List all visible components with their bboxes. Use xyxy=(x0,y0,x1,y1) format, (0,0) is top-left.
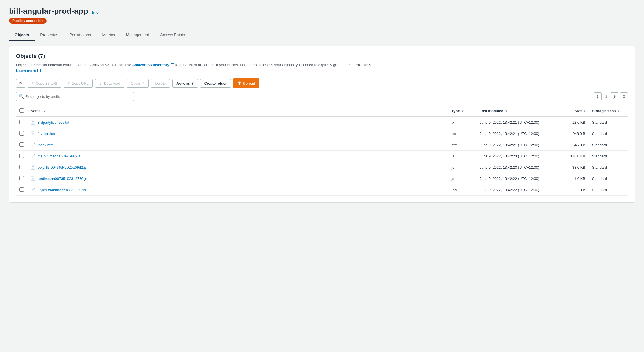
actions-button[interactable]: Actions ▾ xyxy=(172,79,198,88)
row-type-cell: css xyxy=(448,184,476,195)
refresh-button[interactable]: ↻ xyxy=(16,79,25,88)
select-all-header[interactable] xyxy=(16,105,27,117)
download-button[interactable]: ⤓ Download xyxy=(95,79,124,88)
copy-s3-uri-icon: ⎘ xyxy=(32,81,34,85)
file-link[interactable]: 3rdpartylicenses.txt xyxy=(38,120,69,125)
open-external-icon: ↗ xyxy=(141,81,144,85)
row-name-cell: 📄 main.f3fcebba53e76ea5.js xyxy=(27,150,448,162)
size-column-header[interactable]: Size ▾ xyxy=(555,105,589,117)
modified-column-header[interactable]: Last modified ▾ xyxy=(476,105,555,117)
table-row: 📄 3rdpartylicenses.txt txt June 9, 2022,… xyxy=(16,117,628,128)
row-checkbox-3[interactable] xyxy=(19,154,24,158)
name-column-header[interactable]: Name ▲ xyxy=(27,105,448,117)
row-size-cell: 33.0 KB xyxy=(555,162,589,173)
tab-objects[interactable]: Objects xyxy=(9,29,35,41)
tab-permissions[interactable]: Permissions xyxy=(64,29,96,41)
row-checkbox-cell[interactable] xyxy=(16,139,27,150)
row-modified-cell: June 9, 2022, 13:42:21 (UTC+12:00) xyxy=(476,128,555,139)
objects-description: Objects are the fundamental entities sto… xyxy=(16,62,381,74)
row-storage-cell: Standard xyxy=(589,128,628,139)
prev-page-button[interactable]: ❮ xyxy=(594,92,602,100)
file-icon: 📄 xyxy=(31,120,35,125)
objects-table: Name ▲ Type ▾ Last modified ▾ Size ▾ Sto… xyxy=(16,105,628,196)
table-row: 📄 main.f3fcebba53e76ea5.js js June 9, 20… xyxy=(16,150,628,162)
refresh-icon: ↻ xyxy=(19,81,22,85)
row-modified-cell: June 9, 2022, 13:42:21 (UTC+12:00) xyxy=(476,117,555,128)
row-checkbox-5[interactable] xyxy=(19,176,24,180)
table-row: 📄 styles.ef46db3751d8e999.css css June 9… xyxy=(16,184,628,195)
row-name-cell: 📄 polyfills.09436d4c020a09d2.js xyxy=(27,162,448,173)
row-name-cell: 📄 runtime.aa00735102312760.js xyxy=(27,173,448,184)
search-input[interactable] xyxy=(16,92,134,101)
row-name-cell: 📄 index.html xyxy=(27,139,448,150)
open-button[interactable]: Open ↗ xyxy=(127,79,149,88)
row-name-cell: 📄 styles.ef46db3751d8e999.css xyxy=(27,184,448,195)
objects-card: Objects (7) Objects are the fundamental … xyxy=(9,46,635,203)
row-checkbox-cell[interactable] xyxy=(16,117,27,128)
bucket-title: bill-angular-prod-app xyxy=(9,7,88,15)
actions-chevron-icon: ▾ xyxy=(192,81,194,85)
copy-url-icon: ⎘ xyxy=(68,81,70,85)
row-checkbox-6[interactable] xyxy=(19,187,24,192)
tab-properties[interactable]: Properties xyxy=(35,29,64,41)
delete-button[interactable]: Delete xyxy=(151,79,170,88)
row-checkbox-cell[interactable] xyxy=(16,128,27,139)
upload-button[interactable]: ⬆ Upload xyxy=(233,78,259,88)
row-checkbox-cell[interactable] xyxy=(16,173,27,184)
select-all-checkbox[interactable] xyxy=(19,108,24,113)
row-checkbox-2[interactable] xyxy=(19,142,24,147)
file-icon: 📄 xyxy=(31,176,35,181)
tab-access-points[interactable]: Access Points xyxy=(155,29,191,41)
file-link[interactable]: styles.ef46db3751d8e999.css xyxy=(38,188,86,192)
copy-s3-uri-button[interactable]: ⎘ Copy S3 URI xyxy=(28,79,61,88)
s3-inventory-link[interactable]: Amazon S3 inventory xyxy=(132,63,174,67)
table-row: 📄 runtime.aa00735102312760.js js June 9,… xyxy=(16,173,628,184)
learn-more-link[interactable]: Learn more xyxy=(16,69,41,73)
tab-metrics[interactable]: Metrics xyxy=(96,29,120,41)
size-sort-icon: ▾ xyxy=(584,110,585,113)
external-link-icon xyxy=(171,63,174,66)
row-size-cell: 116.0 KB xyxy=(555,150,589,162)
table-settings-button[interactable]: ⚙ xyxy=(620,92,628,100)
type-sort-icon: ▾ xyxy=(462,110,463,113)
storage-sort-icon: ▾ xyxy=(618,110,619,113)
row-name-cell: 📄 3rdpartylicenses.txt xyxy=(27,117,448,128)
tab-management[interactable]: Management xyxy=(121,29,155,41)
row-storage-cell: Standard xyxy=(589,162,628,173)
row-checkbox-cell[interactable] xyxy=(16,162,27,173)
search-input-wrap: 🔍 xyxy=(16,92,134,101)
learn-more-external-icon xyxy=(37,69,41,72)
file-icon: 📄 xyxy=(31,165,35,170)
row-checkbox-cell[interactable] xyxy=(16,150,27,162)
row-type-cell: js xyxy=(448,173,476,184)
row-modified-cell: June 9, 2022, 13:42:23 (UTC+12:00) xyxy=(476,162,555,173)
row-size-cell: 12.6 KB xyxy=(555,117,589,128)
file-icon: 📄 xyxy=(31,188,35,192)
row-type-cell: js xyxy=(448,150,476,162)
file-link[interactable]: index.html xyxy=(38,143,54,147)
publicly-accessible-badge: Publicly accessible xyxy=(9,18,47,24)
file-icon: 📄 xyxy=(31,154,35,158)
file-link[interactable]: favicon.ico xyxy=(38,132,55,136)
row-type-cell: txt xyxy=(448,117,476,128)
search-icon: 🔍 xyxy=(19,94,24,99)
next-page-button[interactable]: ❯ xyxy=(611,92,618,100)
file-link[interactable]: polyfills.09436d4c020a09d2.js xyxy=(38,165,87,170)
row-modified-cell: June 9, 2022, 13:42:22 (UTC+12:00) xyxy=(476,184,555,195)
create-folder-button[interactable]: Create folder xyxy=(200,79,231,88)
row-type-cell: ico xyxy=(448,128,476,139)
storage-class-column-header[interactable]: Storage class ▾ xyxy=(589,105,628,117)
type-column-header[interactable]: Type ▾ xyxy=(448,105,476,117)
row-size-cell: 546.0 B xyxy=(555,139,589,150)
file-link[interactable]: runtime.aa00735102312760.js xyxy=(38,177,87,181)
page-header: bill-angular-prod-app Info Publicly acce… xyxy=(9,7,635,24)
copy-url-button[interactable]: ⎘ Copy URL xyxy=(64,79,93,88)
info-link[interactable]: Info xyxy=(92,10,98,15)
row-modified-cell: June 9, 2022, 13:42:22 (UTC+12:00) xyxy=(476,173,555,184)
row-checkbox-4[interactable] xyxy=(19,165,24,169)
row-storage-cell: Standard xyxy=(589,173,628,184)
row-checkbox-1[interactable] xyxy=(19,131,24,136)
row-checkbox-cell[interactable] xyxy=(16,184,27,195)
file-link[interactable]: main.f3fcebba53e76ea5.js xyxy=(38,154,81,158)
row-checkbox-0[interactable] xyxy=(19,120,24,124)
